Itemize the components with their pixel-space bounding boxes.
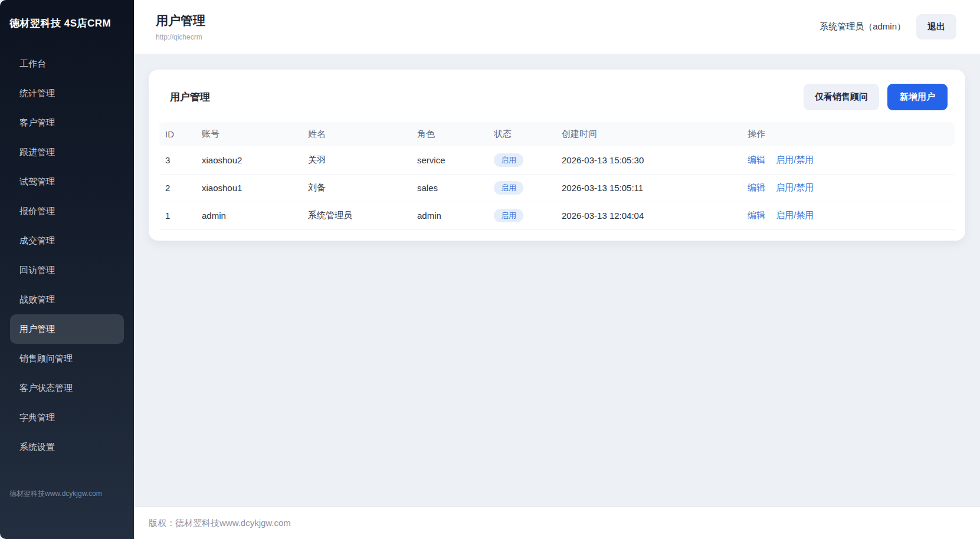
cell-name: 刘备 — [302, 174, 411, 202]
brand-logo: 德材翌科技 4S店CRM — [0, 0, 134, 36]
users-table-body: 3 xiaoshou2 关羽 service 启用 2026-03-13 15:… — [159, 146, 955, 229]
status-badge: 启用 — [494, 209, 523, 222]
content-area: 用户管理 仅看销售顾问 新增用户 ID 账号 姓名 角色 状态 创建时间 操作 — [134, 54, 980, 507]
table-row: 3 xiaoshou2 关羽 service 启用 2026-03-13 15:… — [159, 146, 955, 174]
logout-button[interactable]: 退出 — [916, 14, 956, 40]
filter-sales-only-button[interactable]: 仅看销售顾问 — [804, 84, 879, 110]
cell-account: admin — [196, 202, 302, 229]
copyright-text: 版权：德材翌科技www.dcykjgw.com — [149, 518, 291, 529]
card-title: 用户管理 — [170, 90, 210, 104]
table-row: 1 admin 系统管理员 admin 启用 2026-03-13 12:04:… — [159, 202, 955, 229]
column-header-name: 姓名 — [302, 122, 411, 146]
sidebar-item-lost[interactable]: 战败管理 — [10, 285, 124, 314]
sidebar: 德材翌科技 4S店CRM 工作台 统计管理 客户管理 跟进管理 试驾管理 报价管… — [0, 0, 134, 539]
topbar-right: 系统管理员（admin） 退出 — [820, 14, 956, 40]
column-header-account: 账号 — [196, 122, 302, 146]
sidebar-item-users[interactable]: 用户管理 — [10, 314, 124, 344]
edit-link[interactable]: 编辑 — [748, 210, 765, 220]
sidebar-item-testdrive[interactable]: 试驾管理 — [10, 167, 124, 196]
column-header-role: 角色 — [411, 122, 488, 146]
sidebar-item-customers[interactable]: 客户管理 — [10, 108, 124, 137]
sidebar-item-revisit[interactable]: 回访管理 — [10, 255, 124, 285]
table-row: 2 xiaoshou1 刘备 sales 启用 2026-03-13 15:05… — [159, 174, 955, 202]
header-row: ID 账号 姓名 角色 状态 创建时间 操作 — [159, 122, 955, 146]
cell-created: 2026-03-13 15:05:11 — [556, 174, 742, 202]
sidebar-item-workbench[interactable]: 工作台 — [10, 49, 124, 78]
card-header: 用户管理 仅看销售顾问 新增用户 — [159, 84, 955, 110]
cell-id: 2 — [159, 174, 196, 202]
cell-created: 2026-03-13 15:05:30 — [556, 146, 742, 174]
cell-operations: 编辑 启用/禁用 — [742, 146, 955, 174]
card-actions: 仅看销售顾问 新增用户 — [804, 84, 948, 110]
status-badge: 启用 — [494, 153, 523, 167]
cell-account: xiaoshou2 — [196, 146, 302, 174]
users-table: ID 账号 姓名 角色 状态 创建时间 操作 3 xiaoshou2 关羽 se — [159, 122, 955, 230]
cell-created: 2026-03-13 12:04:04 — [556, 202, 742, 229]
cell-id: 3 — [159, 146, 196, 174]
cell-operations: 编辑 启用/禁用 — [742, 202, 955, 229]
cell-id: 1 — [159, 202, 196, 229]
topbar: 用户管理 http://qichecrm 系统管理员（admin） 退出 — [134, 0, 980, 54]
column-header-status: 状态 — [488, 122, 556, 146]
enable-disable-link[interactable]: 启用/禁用 — [776, 210, 814, 220]
sidebar-item-statistics[interactable]: 统计管理 — [10, 78, 124, 108]
cell-status: 启用 — [488, 146, 556, 174]
cell-role: admin — [411, 202, 488, 229]
cell-status: 启用 — [488, 174, 556, 202]
enable-disable-link[interactable]: 启用/禁用 — [776, 182, 814, 192]
sidebar-item-system-settings[interactable]: 系统设置 — [10, 432, 124, 462]
sidebar-item-quotation[interactable]: 报价管理 — [10, 196, 124, 226]
users-table-head: ID 账号 姓名 角色 状态 创建时间 操作 — [159, 122, 955, 146]
page-subtitle: http://qichecrm — [156, 33, 205, 41]
sidebar-item-sales-consultants[interactable]: 销售顾问管理 — [10, 344, 124, 373]
cell-name: 关羽 — [302, 146, 411, 174]
sidebar-menu: 工作台 统计管理 客户管理 跟进管理 试驾管理 报价管理 成交管理 回访管理 战… — [0, 49, 134, 489]
cell-operations: 编辑 启用/禁用 — [742, 174, 955, 202]
current-user-label: 系统管理员（admin） — [820, 21, 906, 32]
status-badge: 启用 — [494, 181, 523, 195]
sidebar-item-customer-status[interactable]: 客户状态管理 — [10, 373, 124, 403]
cell-name: 系统管理员 — [302, 202, 411, 229]
add-user-button[interactable]: 新增用户 — [887, 84, 948, 110]
topbar-left: 用户管理 http://qichecrm — [156, 12, 205, 41]
page-title: 用户管理 — [156, 12, 205, 29]
cell-role: sales — [411, 174, 488, 202]
user-management-card: 用户管理 仅看销售顾问 新增用户 ID 账号 姓名 角色 状态 创建时间 操作 — [149, 70, 965, 241]
edit-link[interactable]: 编辑 — [748, 182, 765, 192]
column-header-created: 创建时间 — [556, 122, 742, 146]
column-header-operations: 操作 — [742, 122, 955, 146]
sidebar-item-deals[interactable]: 成交管理 — [10, 226, 124, 255]
cell-status: 启用 — [488, 202, 556, 229]
enable-disable-link[interactable]: 启用/禁用 — [776, 155, 814, 165]
sidebar-footer-text: 德材翌科技www.dcykjgw.com — [0, 489, 134, 539]
edit-link[interactable]: 编辑 — [748, 155, 765, 165]
sidebar-item-followup[interactable]: 跟进管理 — [10, 137, 124, 167]
main-column: 用户管理 http://qichecrm 系统管理员（admin） 退出 用户管… — [134, 0, 980, 539]
sidebar-item-dictionary[interactable]: 字典管理 — [10, 403, 124, 432]
cell-account: xiaoshou1 — [196, 174, 302, 202]
page-footer: 版权：德材翌科技www.dcykjgw.com — [134, 507, 980, 539]
column-header-id: ID — [159, 122, 196, 146]
cell-role: service — [411, 146, 488, 174]
